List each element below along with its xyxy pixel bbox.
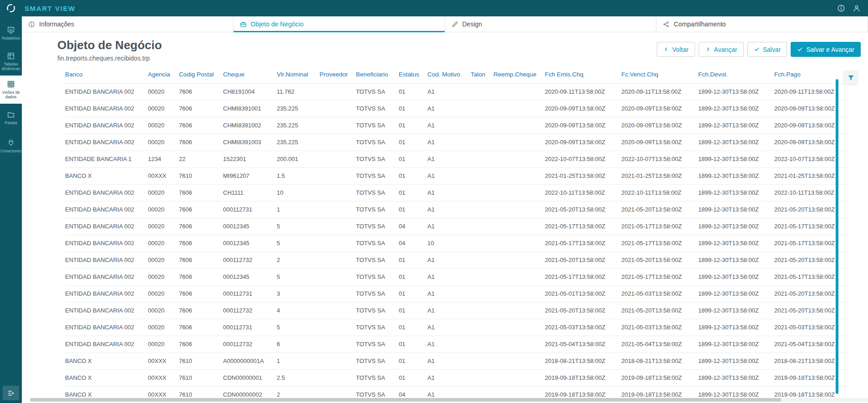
table-cell: TOTVS SA (356, 100, 399, 117)
table-row[interactable]: ENTIDAD BANCARIA 002000207606000123455TO… (65, 218, 848, 235)
table-cell: 2020-09-11T13:58:00Z (545, 83, 621, 100)
table-cell (320, 184, 356, 201)
table-row[interactable]: ENTIDAD BANCARIA 002000207606CHMI8391001… (65, 100, 848, 117)
column-header-fch-emis-chq[interactable]: Fch Emis.Chq (545, 66, 621, 83)
table-cell (493, 285, 545, 302)
table-cell: 1899-12-30T13:58:00Z (698, 117, 774, 134)
tab-bar: Informações Objeto de Negócio (22, 16, 868, 32)
column-header-proveedor[interactable]: Proveedor (320, 66, 356, 83)
table-row[interactable]: ENTIDAD BANCARIA 002000207606CH111110TOT… (65, 184, 848, 201)
table-cell: 7606 (179, 201, 223, 218)
column-header-codig-postal[interactable]: Codig Postal (179, 66, 223, 83)
horizontal-scrollbar[interactable] (30, 398, 868, 402)
tab-objeto-de-negocio[interactable]: Objeto de Negócio (233, 16, 445, 32)
table-row[interactable]: ENTIDAD BANCARIA 0020002076060001127322T… (65, 252, 848, 268)
table-cell: A1 (427, 100, 471, 117)
table-row[interactable]: ENTIDADE BANCARIA 11234221522301200.001T… (65, 151, 848, 167)
table-cell: 1899-12-30T13:58:00Z (698, 268, 774, 285)
table-row[interactable]: ENTIDAD BANCARIA 002000207606CHMI8391002… (65, 117, 848, 134)
column-header-cod-motivo[interactable]: Cod. Motivo (427, 66, 471, 83)
sidebar-item-conectores[interactable]: Conectores (0, 132, 22, 160)
table-cell: 200.001 (277, 151, 320, 167)
table-cell: 1899-12-30T13:58:00Z (698, 285, 774, 302)
table-cell: 7606 (179, 319, 223, 336)
column-header-cheque[interactable]: Cheque (223, 66, 277, 83)
table-cell: 1899-12-30T13:58:00Z (698, 83, 774, 100)
table-cell (320, 302, 356, 319)
table-cell: 10 (277, 184, 320, 201)
sidebar-item-visoes-de-dados[interactable]: Visões de dados (0, 76, 22, 104)
sidebar-item-pastas[interactable]: Pastas (0, 104, 22, 132)
table-cell: 5 (277, 235, 320, 252)
table-cell: 1899-12-30T13:58:00Z (698, 336, 774, 353)
column-header-agencia[interactable]: Agencia (148, 66, 179, 83)
filter-funnel-icon (847, 74, 855, 82)
filter-button[interactable] (843, 70, 858, 86)
table-cell (471, 252, 493, 268)
table-cell (471, 285, 493, 302)
table-cell (493, 268, 545, 285)
table-row[interactable]: ENTIDAD BANCARIA 0020002076060001127315T… (65, 319, 848, 336)
column-header-fch-devol-[interactable]: Fch.Devol. (698, 66, 774, 83)
table-cell: A1 (427, 167, 471, 184)
table-cell: 01 (399, 369, 427, 386)
table-cell: 2021-05-03T13:58:00Z (621, 319, 698, 336)
table-cell: 2019-09-18T13:58:00Z (621, 369, 698, 386)
table-cell: 2020-09-09T13:58:00Z (621, 100, 698, 117)
table-row[interactable]: BANCO X00XXX7610MI9612071.5TOTVS SA01A12… (65, 167, 848, 184)
tab-label: Design (462, 20, 482, 28)
table-row[interactable]: ENTIDAD BANCARIA 0020002076060001127313T… (65, 285, 848, 302)
table-row[interactable]: ENTIDAD BANCARIA 002000207606000123455TO… (65, 268, 848, 285)
table-row[interactable]: ENTIDAD BANCARIA 002000207606000123455TO… (65, 235, 848, 252)
table-cell (471, 184, 493, 201)
column-header-banco[interactable]: Banco (65, 66, 148, 83)
table-row[interactable]: BANCO X00XXX7610A0000000001A1TOTVS SA01A… (65, 353, 848, 369)
table-cell: 01 (399, 353, 427, 369)
voltar-button[interactable]: Voltar (657, 42, 695, 57)
table-cell: 00XXX (148, 369, 179, 386)
table-row[interactable]: ENTIDAD BANCARIA 002000207606CH819100411… (65, 83, 848, 100)
table-cell (493, 252, 545, 268)
sidebar-item-tabelas-dinamicas[interactable]: Tabelas dinâmicas (0, 47, 22, 76)
check-icon (754, 46, 760, 52)
column-header-reemp-cheque[interactable]: Reemp.Cheque (493, 66, 545, 83)
page-title: Objeto de Negócio (57, 38, 162, 52)
connector-icon (7, 139, 15, 147)
smart-view-app: SMART VIEW Relató (0, 0, 868, 403)
table-cell: ENTIDAD BANCARIA 002 (65, 117, 148, 134)
column-header-fc-venct-chq[interactable]: Fc.Venct.Chq (621, 66, 698, 83)
table-row[interactable]: ENTIDAD BANCARIA 002000207606CHMI8391003… (65, 134, 848, 151)
table-row[interactable]: ENTIDAD BANCARIA 0020002076060001127324T… (65, 302, 848, 319)
table-cell: 7610 (179, 353, 223, 369)
tab-informacoes[interactable]: Informações (22, 16, 233, 32)
check-icon (797, 46, 803, 52)
tab-compartilhamento[interactable]: Compartilhamento (656, 16, 868, 32)
table-cell (320, 201, 356, 218)
salvar-button[interactable]: Salvar (747, 42, 787, 57)
table-row[interactable]: ENTIDAD BANCARIA 0020002076060001127311T… (65, 201, 848, 218)
sidebar-item-relatorios[interactable]: Relatórios (0, 19, 22, 47)
table-row[interactable]: ENTIDAD BANCARIA 0020002076060001127326T… (65, 336, 848, 353)
table-row[interactable]: BANCO X00XXX7610CDN000000012.5TOTVS SA01… (65, 369, 848, 386)
table-cell: 00020 (148, 218, 179, 235)
totvs-logo-icon[interactable] (0, 3, 22, 13)
table-cell: 2021-05-20T13:58:00Z (621, 302, 698, 319)
user-icon[interactable] (853, 4, 861, 12)
column-header-vlr-nominal[interactable]: Vlr.Nominal (277, 66, 320, 83)
salvar-e-avancar-button[interactable]: Salvar e Avançar (791, 42, 861, 57)
table-cell: 00020 (148, 117, 179, 134)
table-cell: 00020 (148, 268, 179, 285)
horizontal-scrollbar-thumb[interactable] (30, 398, 781, 402)
info-icon[interactable] (837, 4, 845, 12)
column-header-estatus[interactable]: Estatus (399, 66, 427, 83)
column-header-beneficiario[interactable]: Beneficiario (356, 66, 399, 83)
table-cell: 7606 (179, 184, 223, 201)
avancar-button[interactable]: Avançar (699, 42, 744, 57)
topbar-actions (837, 4, 868, 12)
tab-design[interactable]: Design (445, 16, 657, 32)
vertical-scrollbar[interactable] (836, 79, 838, 394)
column-header-talon[interactable]: Talon (471, 66, 493, 83)
expand-sidebar-button[interactable] (3, 386, 19, 400)
tab-label: Compartilhamento (674, 20, 726, 28)
table-cell (493, 336, 545, 353)
